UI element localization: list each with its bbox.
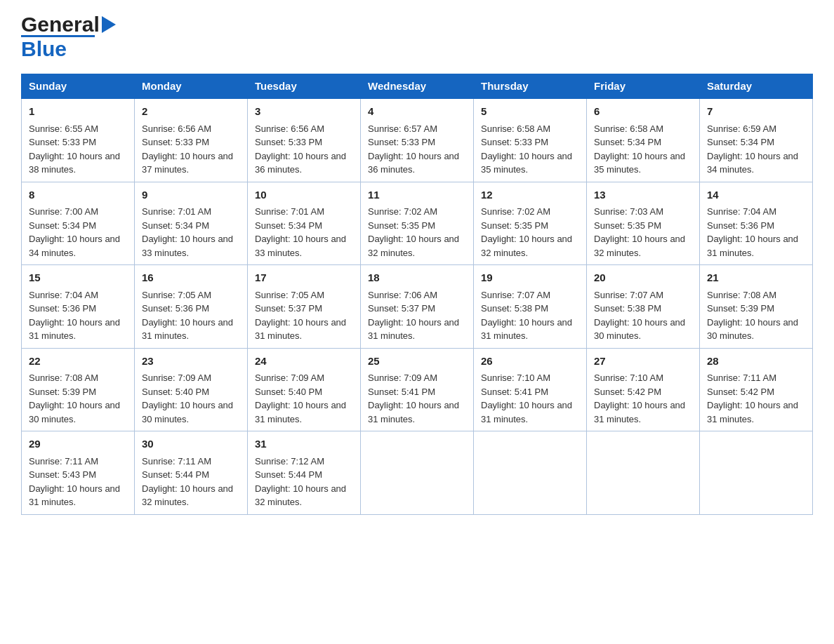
day-info: Sunrise: 6:56 AMSunset: 5:33 PMDaylight:… — [255, 123, 346, 175]
day-number: 21 — [707, 270, 805, 286]
day-info: Sunrise: 6:58 AMSunset: 5:33 PMDaylight:… — [481, 123, 572, 175]
calendar-week-row: 8 Sunrise: 7:00 AMSunset: 5:34 PMDayligh… — [22, 182, 813, 265]
day-info: Sunrise: 7:03 AMSunset: 5:35 PMDaylight:… — [594, 206, 685, 258]
day-info: Sunrise: 7:11 AMSunset: 5:44 PMDaylight:… — [142, 456, 233, 508]
day-number: 15 — [29, 270, 127, 286]
calendar-cell: 3 Sunrise: 6:56 AMSunset: 5:33 PMDayligh… — [248, 98, 361, 182]
day-number: 30 — [142, 436, 240, 452]
day-info: Sunrise: 7:10 AMSunset: 5:41 PMDaylight:… — [481, 373, 572, 424]
calendar-cell: 7 Sunrise: 6:59 AMSunset: 5:34 PMDayligh… — [700, 98, 813, 182]
calendar-header-row: SundayMondayTuesdayWednesdayThursdayFrid… — [22, 74, 813, 99]
calendar-week-row: 29 Sunrise: 7:11 AMSunset: 5:43 PMDaylig… — [22, 431, 813, 515]
calendar-cell: 30 Sunrise: 7:11 AMSunset: 5:44 PMDaylig… — [135, 431, 248, 515]
day-number: 12 — [481, 187, 579, 203]
calendar-cell: 10 Sunrise: 7:01 AMSunset: 5:34 PMDaylig… — [248, 182, 361, 265]
day-number: 5 — [481, 104, 579, 120]
day-info: Sunrise: 7:07 AMSunset: 5:38 PMDaylight:… — [594, 290, 685, 342]
calendar-cell: 28 Sunrise: 7:11 AMSunset: 5:42 PMDaylig… — [700, 348, 813, 431]
calendar-cell: 15 Sunrise: 7:04 AMSunset: 5:36 PMDaylig… — [22, 265, 135, 349]
day-number: 19 — [481, 270, 579, 286]
calendar-cell: 23 Sunrise: 7:09 AMSunset: 5:40 PMDaylig… — [135, 348, 248, 431]
column-header-thursday: Thursday — [474, 74, 587, 99]
day-info: Sunrise: 7:07 AMSunset: 5:38 PMDaylight:… — [481, 290, 572, 342]
calendar-cell: 18 Sunrise: 7:06 AMSunset: 5:37 PMDaylig… — [361, 265, 474, 349]
calendar-cell: 14 Sunrise: 7:04 AMSunset: 5:36 PMDaylig… — [700, 182, 813, 265]
calendar-cell: 20 Sunrise: 7:07 AMSunset: 5:38 PMDaylig… — [587, 265, 700, 349]
day-number: 9 — [142, 187, 240, 203]
column-header-saturday: Saturday — [700, 74, 813, 99]
day-number: 10 — [255, 187, 353, 203]
calendar-cell: 9 Sunrise: 7:01 AMSunset: 5:34 PMDayligh… — [135, 182, 248, 265]
day-info: Sunrise: 7:11 AMSunset: 5:43 PMDaylight:… — [29, 456, 120, 508]
day-number: 26 — [481, 354, 579, 370]
calendar-cell — [587, 431, 700, 515]
day-number: 18 — [368, 270, 466, 286]
day-number: 25 — [368, 354, 466, 370]
column-header-wednesday: Wednesday — [361, 74, 474, 99]
day-info: Sunrise: 7:02 AMSunset: 5:35 PMDaylight:… — [368, 206, 459, 258]
day-info: Sunrise: 7:01 AMSunset: 5:34 PMDaylight:… — [142, 206, 233, 258]
calendar-cell: 17 Sunrise: 7:05 AMSunset: 5:37 PMDaylig… — [248, 265, 361, 349]
day-number: 2 — [142, 104, 240, 120]
calendar-week-row: 1 Sunrise: 6:55 AMSunset: 5:33 PMDayligh… — [22, 98, 813, 182]
day-number: 28 — [707, 354, 805, 370]
calendar-cell: 19 Sunrise: 7:07 AMSunset: 5:38 PMDaylig… — [474, 265, 587, 349]
calendar-cell: 16 Sunrise: 7:05 AMSunset: 5:36 PMDaylig… — [135, 265, 248, 349]
calendar-cell: 26 Sunrise: 7:10 AMSunset: 5:41 PMDaylig… — [474, 348, 587, 431]
day-number: 11 — [368, 187, 466, 203]
calendar-cell: 27 Sunrise: 7:10 AMSunset: 5:42 PMDaylig… — [587, 348, 700, 431]
day-number: 23 — [142, 354, 240, 370]
calendar-cell — [700, 431, 813, 515]
day-info: Sunrise: 7:04 AMSunset: 5:36 PMDaylight:… — [707, 206, 798, 258]
page-header: General Blue — [21, 14, 813, 61]
calendar-cell: 31 Sunrise: 7:12 AMSunset: 5:44 PMDaylig… — [248, 431, 361, 515]
calendar-cell: 12 Sunrise: 7:02 AMSunset: 5:35 PMDaylig… — [474, 182, 587, 265]
column-header-sunday: Sunday — [22, 74, 135, 99]
day-number: 8 — [29, 187, 127, 203]
calendar-week-row: 22 Sunrise: 7:08 AMSunset: 5:39 PMDaylig… — [22, 348, 813, 431]
day-info: Sunrise: 7:05 AMSunset: 5:37 PMDaylight:… — [255, 290, 346, 342]
day-number: 22 — [29, 354, 127, 370]
calendar-table: SundayMondayTuesdayWednesdayThursdayFrid… — [21, 74, 813, 515]
calendar-cell: 29 Sunrise: 7:11 AMSunset: 5:43 PMDaylig… — [22, 431, 135, 515]
calendar-cell: 24 Sunrise: 7:09 AMSunset: 5:40 PMDaylig… — [248, 348, 361, 431]
svg-marker-0 — [102, 16, 116, 33]
day-info: Sunrise: 7:00 AMSunset: 5:34 PMDaylight:… — [29, 206, 120, 258]
day-info: Sunrise: 6:58 AMSunset: 5:34 PMDaylight:… — [594, 123, 685, 175]
day-info: Sunrise: 7:10 AMSunset: 5:42 PMDaylight:… — [594, 373, 685, 424]
calendar-cell: 1 Sunrise: 6:55 AMSunset: 5:33 PMDayligh… — [22, 98, 135, 182]
column-header-monday: Monday — [135, 74, 248, 99]
column-header-friday: Friday — [587, 74, 700, 99]
day-info: Sunrise: 7:08 AMSunset: 5:39 PMDaylight:… — [29, 373, 120, 424]
logo-text-general: General — [21, 14, 100, 35]
day-number: 7 — [707, 104, 805, 120]
calendar-cell: 6 Sunrise: 6:58 AMSunset: 5:34 PMDayligh… — [587, 98, 700, 182]
logo-triangle-icon — [102, 16, 116, 33]
day-number: 1 — [29, 104, 127, 120]
calendar-cell: 5 Sunrise: 6:58 AMSunset: 5:33 PMDayligh… — [474, 98, 587, 182]
day-info: Sunrise: 6:59 AMSunset: 5:34 PMDaylight:… — [707, 123, 798, 175]
calendar-cell — [474, 431, 587, 515]
day-info: Sunrise: 7:09 AMSunset: 5:40 PMDaylight:… — [255, 373, 346, 424]
calendar-cell: 13 Sunrise: 7:03 AMSunset: 5:35 PMDaylig… — [587, 182, 700, 265]
logo-text-blue: Blue — [21, 37, 67, 60]
day-info: Sunrise: 7:02 AMSunset: 5:35 PMDaylight:… — [481, 206, 572, 258]
day-info: Sunrise: 6:56 AMSunset: 5:33 PMDaylight:… — [142, 123, 233, 175]
calendar-cell: 4 Sunrise: 6:57 AMSunset: 5:33 PMDayligh… — [361, 98, 474, 182]
day-number: 24 — [255, 354, 353, 370]
logo: General Blue — [21, 14, 116, 61]
day-info: Sunrise: 6:57 AMSunset: 5:33 PMDaylight:… — [368, 123, 459, 175]
calendar-cell: 8 Sunrise: 7:00 AMSunset: 5:34 PMDayligh… — [22, 182, 135, 265]
day-number: 16 — [142, 270, 240, 286]
day-info: Sunrise: 7:08 AMSunset: 5:39 PMDaylight:… — [707, 290, 798, 342]
day-number: 4 — [368, 104, 466, 120]
day-info: Sunrise: 7:06 AMSunset: 5:37 PMDaylight:… — [368, 290, 459, 342]
day-number: 27 — [594, 354, 692, 370]
calendar-cell: 2 Sunrise: 6:56 AMSunset: 5:33 PMDayligh… — [135, 98, 248, 182]
day-info: Sunrise: 7:04 AMSunset: 5:36 PMDaylight:… — [29, 290, 120, 342]
day-info: Sunrise: 7:11 AMSunset: 5:42 PMDaylight:… — [707, 373, 798, 424]
day-number: 13 — [594, 187, 692, 203]
column-header-tuesday: Tuesday — [248, 74, 361, 99]
day-number: 20 — [594, 270, 692, 286]
day-info: Sunrise: 7:01 AMSunset: 5:34 PMDaylight:… — [255, 206, 346, 258]
